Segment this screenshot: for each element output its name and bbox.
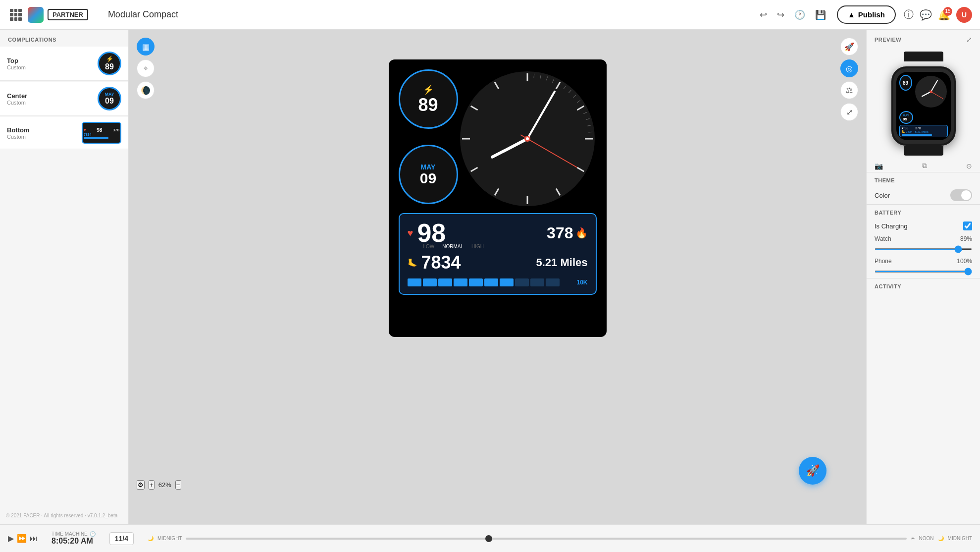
complication-bottom-name: Bottom	[7, 126, 30, 134]
lightning-icon: ⚡	[106, 55, 113, 62]
main-layout: COMPLICATIONS Top Custom ⚡ 89 Center Cus…	[0, 30, 980, 524]
paint-button[interactable]: 🌘	[137, 81, 155, 99]
phone-battery-slider[interactable]	[875, 271, 972, 273]
mini-bottom-comp: ♥ 98 378 🦶 7834 5.21 Miles	[899, 125, 948, 137]
complication-top-type: Custom	[7, 64, 26, 70]
fab-button[interactable]: 🚀	[799, 457, 826, 485]
svg-point-29	[526, 137, 529, 140]
top-circular-complication[interactable]: ⚡ 89	[399, 69, 458, 129]
midnight-left-label: 🌙	[148, 536, 154, 541]
mini-clock-area	[914, 75, 948, 110]
watch-face-container: ⚡ 89 MAY 09	[389, 59, 607, 337]
progress-5	[469, 278, 483, 286]
undo-button[interactable]: ↩	[757, 6, 770, 23]
expand-button[interactable]: ⤢	[840, 103, 858, 121]
footer-text: © 2021 FACER · All rights reserved · v7.…	[6, 513, 122, 518]
layers-button[interactable]: ▦	[137, 38, 155, 55]
expand-preview-button[interactable]: ⤢	[966, 36, 972, 44]
complication-top-value: 89	[105, 62, 114, 71]
lightning-complication-icon: ⚡	[423, 84, 434, 95]
progress-8	[515, 278, 529, 286]
location-button[interactable]: ◎	[840, 59, 858, 77]
mini-top-comp: 89	[899, 75, 912, 91]
watch-body: 89	[891, 66, 956, 146]
notifications-button[interactable]: 🔔 15	[938, 9, 950, 21]
play-button[interactable]: ▶	[8, 534, 14, 543]
profile-button[interactable]: U	[956, 7, 972, 23]
filter-button[interactable]: ⚖	[840, 81, 858, 99]
zoom-out-button[interactable]: −	[175, 480, 181, 490]
progress-1	[408, 278, 421, 286]
publish-button[interactable]: ▲ Publish	[837, 5, 896, 24]
face-name: Modular Compact	[108, 9, 178, 20]
bottom-complication[interactable]: ♥ 98 378 🔥 LOW NORMAL HIGH	[399, 213, 597, 295]
timeline-track[interactable]	[186, 538, 906, 540]
date-badge: 11/4	[109, 532, 134, 545]
help-button[interactable]: ⓘ	[904, 8, 914, 21]
progress-9	[530, 278, 544, 286]
complication-center-name: Center	[7, 92, 27, 100]
left-footer: © 2021 FACER · All rights reserved · v7.…	[0, 150, 128, 524]
miles-unit: Miles	[560, 256, 587, 269]
progress-6	[484, 278, 498, 286]
complication-center[interactable]: Center Custom MAY 09	[0, 82, 128, 116]
time-machine-label: TIME MACHINE 🕐	[52, 531, 96, 537]
history-button[interactable]: 🕐	[791, 6, 808, 23]
phone-battery-label: Phone	[875, 258, 892, 265]
save-button[interactable]: 💾	[812, 6, 829, 23]
hr-high-label: HIGH	[471, 244, 484, 249]
midnight-right-label: MIDNIGHT	[948, 536, 972, 541]
grid-icon	[10, 9, 22, 21]
notification-badge: 15	[943, 7, 952, 16]
watch-thumbnail: 89	[891, 52, 956, 156]
theme-header: THEME	[867, 172, 980, 186]
settings-button[interactable]: ⚙	[137, 480, 145, 490]
grid-menu-button[interactable]	[8, 7, 24, 23]
is-charging-checkbox[interactable]	[963, 221, 972, 230]
top-comp-value: 89	[418, 96, 438, 114]
complication-top[interactable]: Top Custom ⚡ 89	[0, 47, 128, 81]
midnight-left-text: MIDNIGHT	[157, 536, 182, 541]
right-canvas-toolbar: 🚀 ◎ ⚖ ⤢	[840, 38, 858, 121]
watch-battery-slider[interactable]	[875, 248, 972, 250]
toolbar-buttons: ↩ ↪ 🕐 💾	[757, 6, 829, 23]
watch-face: ⚡ 89 MAY 09	[389, 59, 607, 337]
center-circular-complication[interactable]: MAY 09	[399, 145, 458, 204]
theme-color-toggle[interactable]	[950, 189, 972, 201]
launch-button[interactable]: 🚀	[840, 38, 858, 55]
fast-forward-button[interactable]: ⏩	[17, 534, 27, 543]
complication-top-info: Top Custom	[7, 57, 26, 70]
calories-display: 378 🔥	[547, 224, 587, 242]
left-panel: COMPLICATIONS Top Custom ⚡ 89 Center Cus…	[0, 30, 129, 524]
camera-icon-button[interactable]: 📷	[875, 162, 883, 170]
progress-2	[423, 278, 437, 286]
watch-battery-label-row: Watch 89%	[875, 235, 972, 242]
play-controls: ▶ ⏩ ⏭	[8, 534, 38, 543]
bottom-comp-line1: ♥ 98 378 🔥	[408, 220, 588, 246]
logo-area: PARTNER	[8, 7, 88, 23]
layers-icon-button[interactable]: ⧉	[922, 162, 927, 170]
mini-center-comp: MAY09	[899, 111, 913, 124]
add-button[interactable]: +	[149, 480, 155, 490]
complication-bottom-preview: ♥ 98 378 7834	[82, 122, 121, 144]
calories-value: 378	[547, 224, 573, 242]
left-complications: ⚡ 89 MAY 09	[399, 69, 458, 204]
location-icon-button[interactable]: ⊙	[966, 162, 972, 170]
messages-button[interactable]: 💬	[920, 9, 932, 21]
heart-rate-value: 98	[417, 220, 446, 246]
position-button[interactable]: ⌖	[137, 59, 155, 77]
goal-label: 10K	[576, 279, 587, 286]
canvas-area: ▦ ⌖ 🌘 🚀 ◎ ⚖ ⤢ ⚡ 89	[129, 30, 866, 524]
skip-forward-button[interactable]: ⏭	[30, 534, 38, 543]
partner-badge: PARTNER	[48, 9, 88, 20]
svg-point-34	[929, 91, 932, 93]
upload-icon: ▲	[848, 10, 855, 19]
preview-title: PREVIEW	[875, 37, 901, 43]
timeline-thumb[interactable]	[485, 535, 492, 542]
phone-battery-value: 100%	[957, 258, 972, 265]
complication-bottom[interactable]: Bottom Custom ♥ 98 378 7834	[0, 117, 128, 149]
complication-center-type: Custom	[7, 100, 27, 106]
complication-center-preview: MAY 09	[98, 87, 121, 110]
redo-button[interactable]: ↪	[774, 6, 787, 23]
watch-battery-row: Watch 89%	[867, 233, 980, 256]
